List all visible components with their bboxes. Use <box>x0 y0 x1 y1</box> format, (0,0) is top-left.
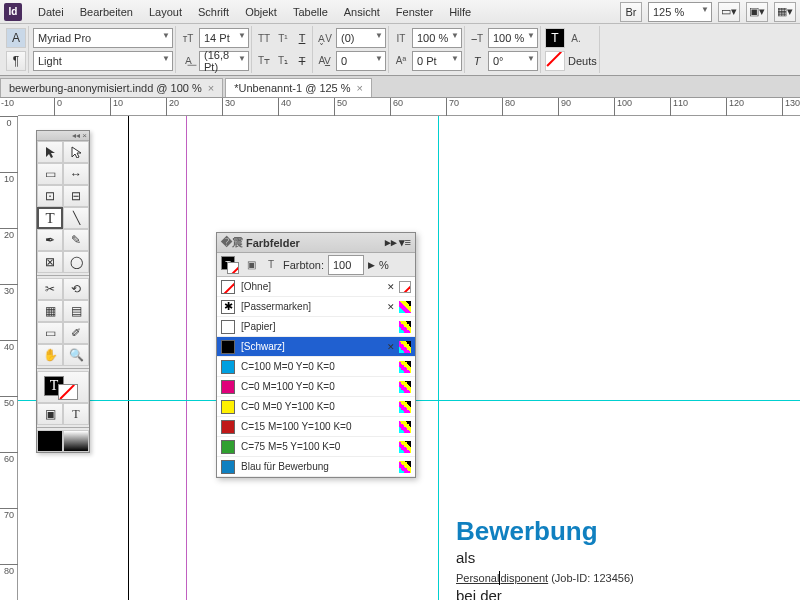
color-mode-icon <box>399 381 411 393</box>
lock-icon: ✕ <box>385 341 397 353</box>
font-weight-field[interactable]: Light▼ <box>33 51 173 71</box>
app-icon: Id <box>4 3 22 21</box>
tint-field[interactable]: 100 <box>328 255 364 275</box>
pencil-tool[interactable]: ✎ <box>63 229 89 251</box>
ruler-horizontal[interactable]: -100102030405060708090100110120130 <box>18 98 800 116</box>
font-family-field[interactable]: Myriad Pro▼ <box>33 28 173 48</box>
swatches-header[interactable]: �震Farbfelder ▸▸▾≡ <box>217 233 415 253</box>
gap-tool[interactable]: ↔ <box>63 163 89 185</box>
font-size-field[interactable]: 14 Pt▼ <box>199 28 249 48</box>
para-mode-icon[interactable]: ¶ <box>6 51 26 71</box>
baseline-field[interactable]: 0 Pt▼ <box>412 51 462 71</box>
guide-v[interactable] <box>438 116 439 600</box>
bridge-icon[interactable]: Br <box>620 2 642 22</box>
sub-icon[interactable]: T₁ <box>275 53 291 69</box>
tracking-field[interactable]: 0▼ <box>336 51 386 71</box>
doc-line-1: als <box>456 549 637 566</box>
menu-layout[interactable]: Layout <box>141 3 190 21</box>
text-frame[interactable]: Bewerbung als Personaldisponent (Job-ID:… <box>456 516 637 600</box>
arrange-icon[interactable]: ▦▾ <box>774 2 796 22</box>
content-tool[interactable]: ⊡ <box>37 185 63 207</box>
color-mode-icon <box>399 461 411 473</box>
menu-tabelle[interactable]: Tabelle <box>285 3 336 21</box>
leading-field[interactable]: (16,8 Pt)▼ <box>199 51 249 71</box>
tab-close-icon[interactable]: × <box>208 82 214 94</box>
strike-icon[interactable]: T <box>294 53 310 69</box>
swatches-panel[interactable]: �震Farbfelder ▸▸▾≡ T ▣ T Farbton: 100 ▶ %… <box>216 232 416 478</box>
swatch-row[interactable]: C=75 M=5 Y=100 K=0 <box>217 437 415 457</box>
pen-tool[interactable]: ✒ <box>37 229 63 251</box>
text-format-icon[interactable]: T <box>263 257 279 273</box>
content-place-tool[interactable]: ⊟ <box>63 185 89 207</box>
vscale-icon: IT <box>393 30 409 46</box>
kern-icon: A̬V <box>317 30 333 46</box>
menu-fenster[interactable]: Fenster <box>388 3 441 21</box>
zoom-tool[interactable]: 🔍 <box>63 344 89 366</box>
rect-tool[interactable]: ◯ <box>63 251 89 273</box>
menu-ansicht[interactable]: Ansicht <box>336 3 388 21</box>
panel-menu-icon[interactable]: ▾≡ <box>399 236 411 249</box>
scissors-tool[interactable]: ✂ <box>37 278 63 300</box>
kerning-field[interactable]: (0)▼ <box>336 28 386 48</box>
swatch-row[interactable]: C=15 M=100 Y=100 K=0 <box>217 417 415 437</box>
lang-label: Deuts <box>568 55 597 67</box>
toolbox[interactable]: ◂◂ × ▭ ↔ ⊡ ⊟ T ╲ ✒ ✎ ⊠ ◯ ✂ ⟲ ▦ ▤ ▭ ✐ ✋ 🔍… <box>36 130 90 453</box>
char-mode-icon[interactable]: A <box>6 28 26 48</box>
char-style-icon[interactable]: A. <box>568 30 584 46</box>
line-tool[interactable]: ╲ <box>63 207 89 229</box>
frame-tool[interactable]: ⊠ <box>37 251 63 273</box>
stroke-icon[interactable] <box>545 51 565 71</box>
skew-field[interactable]: 0°▼ <box>488 51 538 71</box>
swatch-row[interactable]: C=100 M=0 Y=0 K=0 <box>217 357 415 377</box>
sup-icon[interactable]: T¹ <box>275 30 291 46</box>
fill-stroke-tool[interactable]: T <box>37 371 89 403</box>
tab-close-icon[interactable]: × <box>357 82 363 94</box>
apply-color-icon[interactable] <box>37 430 63 452</box>
doc-line-2: Personaldisponent (Job-ID: 123456) <box>456 568 637 585</box>
panel-collapse-icon[interactable]: ▸▸ <box>385 236 397 249</box>
screen-mode-icon[interactable]: ▣▾ <box>746 2 768 22</box>
fill-icon[interactable]: T <box>545 28 565 48</box>
swatch-row[interactable]: C=0 M=0 Y=100 K=0 <box>217 397 415 417</box>
view-mode-icon[interactable]: ▭▾ <box>718 2 740 22</box>
swatches-list[interactable]: [Ohne]✕[Passermarken]✕[Papier][Schwarz]✕… <box>217 277 415 477</box>
page-tool[interactable]: ▭ <box>37 163 63 185</box>
menu-objekt[interactable]: Objekt <box>237 3 285 21</box>
note-tool[interactable]: ▭ <box>37 322 63 344</box>
underline-icon[interactable]: T <box>294 30 310 46</box>
caps-icon[interactable]: TT <box>256 30 272 46</box>
menu-schrift[interactable]: Schrift <box>190 3 237 21</box>
tint-arrow-icon[interactable]: ▶ <box>368 260 375 270</box>
vscale-field[interactable]: 100 %▼ <box>412 28 462 48</box>
swatch-row[interactable]: Blau für Bewerbung <box>217 457 415 477</box>
gradient-tool[interactable]: ▦ <box>37 300 63 322</box>
ruler-vertical[interactable]: 01020304050607080 <box>0 116 18 600</box>
menu-bearbeiten[interactable]: Bearbeiten <box>72 3 141 21</box>
toolbox-header[interactable]: ◂◂ × <box>37 131 89 141</box>
swatch-row[interactable]: [Schwarz]✕ <box>217 337 415 357</box>
menu-datei[interactable]: Datei <box>30 3 72 21</box>
smallcaps-icon[interactable]: Tᴛ <box>256 53 272 69</box>
doc-tab[interactable]: *Unbenannt-1 @ 125 %× <box>225 78 372 97</box>
hand-tool[interactable]: ✋ <box>37 344 63 366</box>
format-container-icon[interactable]: ▣ <box>37 403 63 425</box>
menu-hilfe[interactable]: Hilfe <box>441 3 479 21</box>
transform-tool[interactable]: ⟲ <box>63 278 89 300</box>
hscale-icon: ‒T <box>469 30 485 46</box>
swatch-row[interactable]: [Papier] <box>217 317 415 337</box>
zoom-select[interactable]: 125 %▼ <box>648 2 712 22</box>
hscale-field[interactable]: 100 %▼ <box>488 28 538 48</box>
swatch-row[interactable]: [Passermarken]✕ <box>217 297 415 317</box>
color-mode-icon <box>399 321 411 333</box>
apply-gradient-icon[interactable] <box>63 430 89 452</box>
eyedropper-tool[interactable]: ✐ <box>63 322 89 344</box>
format-text-icon[interactable]: T <box>63 403 89 425</box>
type-tool[interactable]: T <box>37 207 63 229</box>
gradient-feather-tool[interactable]: ▤ <box>63 300 89 322</box>
swatch-row[interactable]: [Ohne]✕ <box>217 277 415 297</box>
selection-tool[interactable] <box>37 141 63 163</box>
swatch-row[interactable]: C=0 M=100 Y=0 K=0 <box>217 377 415 397</box>
doc-tab[interactable]: bewerbung-anonymisiert.indd @ 100 %× <box>0 78 223 97</box>
container-format-icon[interactable]: ▣ <box>243 257 259 273</box>
direct-select-tool[interactable] <box>63 141 89 163</box>
